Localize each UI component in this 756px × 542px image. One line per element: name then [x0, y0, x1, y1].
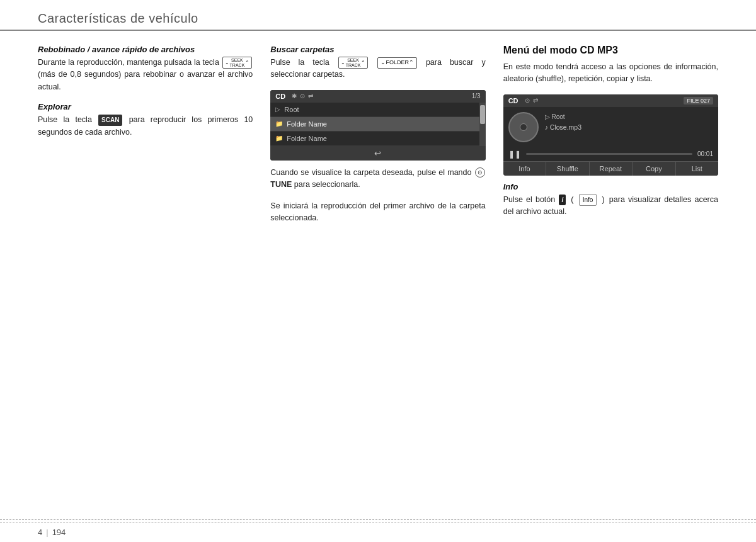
folder-key: ⌄ FOLDER ⌃ [377, 57, 417, 69]
mp3-file-line: ♪ Close.mp3 [545, 122, 713, 133]
info-label-badge: Info [579, 194, 597, 206]
page-title: Características de vehículo [38, 11, 718, 26]
section-mp3-body: En este modo tendrá acceso a las opcione… [503, 61, 718, 86]
section-folders-body3: Se iniciará la reproducción del primer a… [270, 200, 485, 225]
folder-icon-1: 📁 [275, 120, 283, 127]
cd-screen-body: ▷ Root 📁 Folder Name 📁 Folder Name [270, 103, 485, 161]
mp3-progress-row: ❚❚ 00:01 [503, 147, 718, 161]
cd-status-icons: ✱ ⊙ ⇄ [292, 93, 313, 99]
page-left: 4 [38, 528, 42, 537]
cd-row-root: ▷ Root [270, 103, 479, 117]
section-explore-body: Pulse la tecla SCAN para reproducir los … [38, 114, 253, 138]
column-2: Buscar carpetas Pulse la tecla ⌄ SEEK TR… [270, 45, 503, 233]
cd-row-folder2-label: Folder Name [287, 135, 327, 142]
disc-art [508, 112, 539, 142]
section-folders-intro: Pulse la tecla ⌄ SEEK TRACK ⌃ ⌄ FOLDER ⌃… [270, 57, 485, 81]
cd-row-folder1-label: Folder Name [287, 120, 327, 128]
page-separator: | [46, 528, 48, 537]
mp3-folder-line: ▷ Root [545, 112, 713, 122]
page-footer: 4 | 194 [0, 522, 756, 542]
cd-scrollbar-thumb [480, 105, 485, 124]
cd-row-root-label: Root [284, 106, 299, 113]
mp3-status-icons: ⊙ ⇄ [525, 97, 538, 104]
cd-footer: ↩ [270, 146, 485, 161]
play-icon: ▷ [275, 106, 280, 113]
mp3-info: ▷ Root ♪ Close.mp3 [545, 112, 713, 133]
cd-rows-scrollable: ▷ Root 📁 Folder Name 📁 Folder Name [270, 103, 485, 146]
cd-folder-screen: CD ✱ ⊙ ⇄ 1/3 ▷ Root [270, 90, 485, 161]
cd-scrollbar [479, 103, 486, 146]
scan-key: SCAN [98, 115, 122, 126]
section-explore-title: Explorar [38, 102, 253, 111]
section-folders-body2: Cuando se visualice la carpeta deseada, … [270, 167, 485, 191]
disc-center [520, 123, 527, 131]
section-info-title: Info [503, 182, 718, 191]
file-badge: FILE 027 [684, 97, 713, 104]
section-info-body: Pulse el botón i ( Info ) para visualiza… [503, 194, 718, 218]
cd-rows-list: ▷ Root 📁 Folder Name 📁 Folder Name [270, 103, 479, 146]
tune-circle-icon: ⊙ [475, 167, 485, 178]
mp3-info-btn[interactable]: Info [503, 162, 546, 176]
seek-track-key: ⌄ SEEK TRACK ⌃ [222, 57, 253, 69]
cd-row-folder1: 📁 Folder Name [270, 117, 479, 132]
tune-label: TUNE [270, 180, 292, 189]
section-rewind-body: Durante la reproducción, mantenga pulsad… [38, 57, 253, 93]
mp3-screen: CD ⊙ ⇄ FILE 027 ▷ Root ♪ Close.mp3 [503, 94, 718, 176]
mp3-shuffle-btn[interactable]: Shuffle [546, 162, 589, 176]
page-number: 4 | 194 [38, 528, 66, 537]
cd-row-folder2: 📁 Folder Name [270, 132, 479, 146]
mp3-body: ▷ Root ♪ Close.mp3 [503, 107, 718, 147]
mp3-list-btn[interactable]: List [676, 162, 718, 176]
progress-bar [526, 153, 692, 155]
page-header: Características de vehículo [0, 0, 756, 31]
time-label: 00:01 [697, 150, 713, 157]
info-key-badge: i [559, 195, 566, 206]
mp3-repeat-btn[interactable]: Repeat [590, 162, 633, 176]
footer-divider [0, 519, 756, 520]
column-3: Menú del modo CD MP3 En este modo tendrá… [503, 45, 718, 233]
seek-track-key-2: ⌄ SEEK TRACK ⌃ [338, 57, 369, 69]
cd-screen-header: CD ✱ ⊙ ⇄ 1/3 [270, 90, 485, 103]
section-folders-title: Buscar carpetas [270, 45, 485, 54]
mp3-header: CD ⊙ ⇄ FILE 027 [503, 94, 718, 107]
cd-page-indicator: 1/3 [472, 93, 481, 99]
cd-label: CD [275, 93, 285, 100]
play-pause-btn: ❚❚ [508, 150, 521, 159]
section-rewind-title: Rebobinado / avance rápido de archivos [38, 45, 253, 54]
folder-icon-2: 📁 [275, 135, 283, 142]
main-content: Rebobinado / avance rápido de archivos D… [0, 31, 756, 233]
column-1: Rebobinado / avance rápido de archivos D… [38, 45, 270, 233]
mp3-controls: Info Shuffle Repeat Copy List [503, 161, 718, 176]
back-arrow-icon: ↩ [374, 149, 381, 158]
mp3-cd-label: CD [508, 97, 518, 104]
mp3-copy-btn[interactable]: Copy [633, 162, 675, 176]
section-mp3-title: Menú del modo CD MP3 [503, 45, 718, 56]
page-right: 194 [52, 528, 66, 537]
